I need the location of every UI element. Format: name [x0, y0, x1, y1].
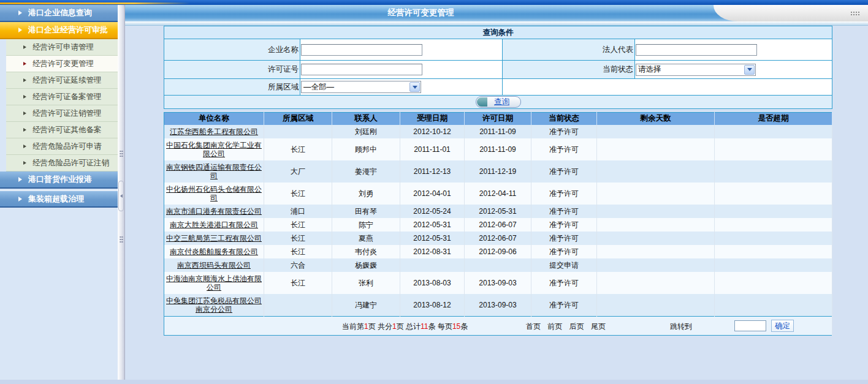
sidebar-item-dangerous-goods-apply[interactable]: 经营危险品许可申请 — [6, 138, 118, 155]
table-row: 南京钢铁四通运输有限责任公司大厂姜漫宇2011-12-132011-12-19准… — [164, 160, 832, 183]
table-row: 南京大胜关港港口有限公司长江陈宁2012-05-312012-06-07准予许可 — [164, 218, 832, 232]
sidebar-item-dangerous-goods-cancel[interactable]: 经营危险品许可证注销 — [6, 155, 118, 171]
sidebar-item-license-renewal-mgmt[interactable]: 经营许可证延续管理 — [6, 72, 118, 89]
company-link[interactable]: 中海油南京顺海水上供油有限公司 — [166, 274, 262, 292]
company-link[interactable]: 江苏华西船务工程有限公司 — [170, 127, 258, 136]
sidebar-item-label: 经营许可证延续管理 — [32, 75, 102, 86]
company-link[interactable]: 中交三航局第三工程有限公司 — [166, 234, 262, 243]
cell-name: 南京市浦口港务有限责任公司 — [164, 205, 264, 218]
license-no-input[interactable] — [301, 64, 422, 75]
cell-days_left — [597, 258, 715, 272]
company-link[interactable]: 南京钢铁四通运输有限责任公司 — [166, 163, 262, 180]
table-row: 南京付炎船舶服务有限公司长江韦付炎2012-08-312012-09-06准予许… — [164, 245, 832, 258]
sidebar-item-license-apply-mgmt[interactable]: 经营许可申请管理 — [6, 39, 118, 56]
confirm-button[interactable]: 确定 — [771, 320, 794, 332]
status-select[interactable]: 请选择 — [636, 64, 756, 76]
grip-dots-icon — [120, 150, 123, 157]
cell-region: 长江 — [264, 183, 332, 205]
gold-accent-line — [0, 2, 190, 4]
title-bar-right-panel — [714, 5, 868, 21]
cell-days_left — [597, 183, 715, 205]
sidebar-item-label: 港口企业信息查询 — [28, 7, 92, 18]
cell-accept_date: 2011-11-01 — [400, 138, 465, 160]
sidebar-item-label: 经营许可证备案管理 — [32, 92, 102, 102]
cell-overdue — [715, 272, 832, 294]
sidebar-item-license-cancel-mgmt[interactable]: 经营许可证注销管理 — [6, 105, 118, 122]
cell-status: 准予许可 — [531, 272, 597, 294]
cell-days_left — [597, 125, 715, 138]
sidebar-item-label: 港口企业经营许可审批 — [28, 24, 108, 36]
splitter-collapse-handle[interactable] — [118, 181, 124, 211]
sidebar-item-container-overload[interactable]: 集装箱超载治理 — [0, 190, 118, 208]
sidebar-item-license-record-mgmt[interactable]: 经营许可证备案管理 — [6, 89, 118, 105]
next-page-link[interactable]: 后页 — [569, 322, 584, 331]
query-form-title: 查询条件 — [164, 26, 832, 39]
sidebar-item-label: 经营危险品许可申请 — [32, 141, 102, 152]
company-link[interactable]: 中免集团江苏免税品有限公司南京分公司 — [166, 296, 262, 314]
search-button-cap-icon — [477, 97, 487, 107]
sidebar-item-license-other-record[interactable]: 经营许可证其他备案 — [6, 122, 118, 138]
license-no-label: 许可证号 — [164, 61, 300, 79]
grip-dots-icon — [120, 236, 123, 243]
arrow-right-icon — [18, 197, 22, 201]
table-row: 中免集团江苏免税品有限公司南京分公司冯建宁2013-08-122013-09-0… — [164, 294, 832, 317]
cell-contact: 韦付炎 — [332, 245, 400, 258]
cell-license_date: 2011-12-19 — [465, 160, 531, 183]
company-link[interactable]: 南京大胜关港港口有限公司 — [170, 220, 258, 229]
company-link[interactable]: 南京付炎船舶服务有限公司 — [170, 247, 258, 256]
cell-accept_date: 2012-05-31 — [400, 218, 465, 232]
sidebar-item-label: 集装箱超载治理 — [28, 194, 84, 205]
sidebar-item-label: 经营许可变更管理 — [32, 59, 94, 69]
legal-rep-input[interactable] — [636, 44, 757, 56]
cell-region: 长江 — [264, 232, 332, 245]
column-header: 受理日期 — [400, 113, 465, 125]
sidebar-splitter[interactable] — [118, 5, 125, 384]
cell-overdue — [715, 138, 832, 160]
cell-contact: 刘廷刚 — [332, 125, 400, 138]
cell-status: 准予许可 — [531, 205, 597, 218]
region-label: 所属区域 — [164, 79, 300, 96]
arrow-right-icon — [23, 78, 26, 82]
table-header-row: 单位名称所属区域联系人受理日期许可日期当前状态剩余天数是否超期 — [164, 113, 832, 125]
table-row: 南京西坝码头有限公司六合杨媛媛提交申请 — [164, 258, 832, 272]
region-select[interactable]: —全部— — [301, 81, 421, 93]
cell-accept_date: 2011-12-13 — [400, 160, 465, 183]
cell-overdue — [715, 205, 832, 218]
last-page-link[interactable]: 尾页 — [591, 322, 606, 331]
grip-dots-icon[interactable] — [850, 11, 859, 17]
cell-days_left — [597, 294, 715, 317]
sidebar-item-label: 经营危险品许可证注销 — [32, 158, 109, 168]
cell-license_date: 2012-06-07 — [465, 218, 531, 232]
company-link[interactable]: 南京市浦口港务有限责任公司 — [166, 207, 262, 216]
top-frame-bar — [0, 0, 868, 5]
company-link[interactable]: 南京西坝码头有限公司 — [177, 261, 251, 269]
cell-region: 长江 — [264, 245, 332, 258]
search-button-label: 查询 — [494, 97, 509, 106]
region-select-value: —全部— — [302, 82, 334, 92]
cell-days_left — [597, 205, 715, 218]
sidebar-item-enterprise-info-query[interactable]: 港口企业信息查询 — [0, 5, 118, 22]
sidebar-item-license-change-mgmt[interactable]: 经营许可变更管理 — [6, 56, 118, 72]
cell-name: 中交三航局第三工程有限公司 — [164, 232, 264, 245]
column-header: 单位名称 — [164, 113, 264, 125]
cell-license_date: 2012-04-11 — [465, 183, 531, 205]
sidebar-item-license-approval[interactable]: 港口企业经营许可审批 — [0, 22, 118, 39]
cell-license_date — [465, 258, 531, 272]
cell-accept_date: 2012-05-31 — [400, 232, 465, 245]
first-page-link[interactable]: 首页 — [526, 322, 541, 331]
company-link[interactable]: 中化扬州石化码头仓储有限公司 — [166, 185, 262, 202]
bottom-frame-bar — [0, 380, 868, 384]
cell-accept_date: 2013-08-12 — [400, 294, 465, 317]
company-name-label: 企业名称 — [164, 39, 300, 61]
company-link[interactable]: 中国石化集团南京化学工业有限公司 — [166, 141, 262, 158]
company-name-input[interactable] — [301, 44, 422, 56]
cell-overdue — [715, 218, 832, 232]
jump-page-input[interactable] — [734, 320, 766, 331]
search-button[interactable]: 查询 — [476, 96, 521, 108]
cell-license_date: 2013-09-03 — [465, 294, 531, 317]
title-bar-divider — [125, 21, 868, 26]
prev-page-link[interactable]: 前页 — [547, 322, 562, 331]
sidebar-item-cargo-work-report[interactable]: 港口普货作业报港 — [0, 171, 118, 189]
cell-accept_date: 2013-08-03 — [400, 272, 465, 294]
cell-accept_date: 2012-08-31 — [400, 245, 465, 258]
